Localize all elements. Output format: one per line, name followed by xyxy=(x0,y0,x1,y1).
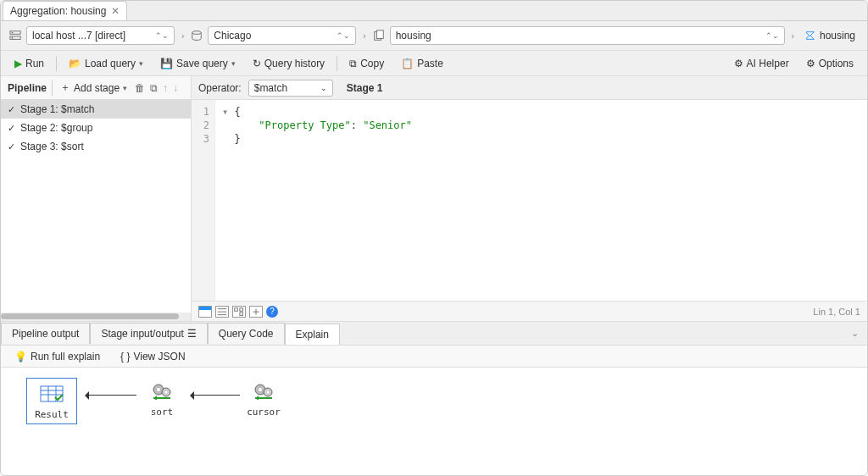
code-editor[interactable]: 1 2 3 ▾ { "Property Type": "Senior" } xyxy=(192,100,867,301)
add-stage-button[interactable]: ＋ Add stage ▾ xyxy=(58,80,130,96)
database-select[interactable]: Chicago ⌃⌄ xyxy=(208,26,356,45)
view-mode-icons: ? xyxy=(198,306,278,318)
tab-label: Explain xyxy=(296,329,329,340)
database-value: Chicago xyxy=(214,30,251,42)
save-query-button[interactable]: 💾 Save query ▾ xyxy=(155,55,241,72)
gear-icon xyxy=(143,379,181,403)
close-icon[interactable]: ✕ xyxy=(111,5,120,17)
svg-point-2 xyxy=(12,32,14,34)
editor-header: Operator: $match ⌄ Stage 1 xyxy=(192,76,867,100)
breadcrumb: local host ...7 [direct] ⌃⌄ › Chicago ⌃⌄… xyxy=(1,21,867,51)
run-label: Run xyxy=(25,58,44,69)
view-add-icon[interactable] xyxy=(249,306,263,318)
move-up-icon[interactable]: ↑ xyxy=(163,82,168,94)
plus-icon: ＋ xyxy=(60,80,70,95)
stage-item[interactable]: ✓ Stage 1: $match xyxy=(1,100,191,119)
explain-node-sort[interactable]: sort xyxy=(136,379,187,418)
run-button[interactable]: ▶ Run xyxy=(9,55,49,72)
stage-list: ✓ Stage 1: $match ✓ Stage 2: $group ✓ St… xyxy=(1,100,191,313)
trash-icon[interactable]: 🗑 xyxy=(135,82,145,94)
result-icon xyxy=(33,382,70,406)
run-full-explain-button[interactable]: 💡 Run full explain xyxy=(9,348,105,365)
node-label: cursor xyxy=(238,407,289,418)
database-icon xyxy=(191,30,203,42)
paste-button[interactable]: 📋 Paste xyxy=(396,55,448,72)
play-icon: ▶ xyxy=(14,58,22,69)
copy-button[interactable]: ⧉ Copy xyxy=(344,55,389,72)
chevron-right-icon: › xyxy=(361,31,367,41)
view-json-icon[interactable] xyxy=(198,306,212,318)
editor-panel: Operator: $match ⌄ Stage 1 1 2 3 ▾ { "Pr… xyxy=(192,76,867,321)
operator-select[interactable]: $match ⌄ xyxy=(248,80,333,97)
list-icon: ☰ xyxy=(187,328,197,340)
move-down-icon[interactable]: ↓ xyxy=(173,82,178,94)
connection-select[interactable]: local host ...7 [direct] ⌃⌄ xyxy=(26,26,175,45)
collection-select[interactable]: housing ⌃⌄ xyxy=(390,26,785,45)
pipeline-sidebar: Pipeline ＋ Add stage ▾ 🗑 ⧉ ↑ ↓ ✓ Stage 1… xyxy=(1,76,192,321)
chevron-updown-icon: ⌃⌄ xyxy=(155,31,169,40)
stage-label: Stage 1: $match xyxy=(20,103,94,115)
json-key: "Property Type" xyxy=(259,119,350,131)
tab-query-code[interactable]: Query Code xyxy=(208,323,285,344)
line-gutter: 1 2 3 xyxy=(192,100,215,301)
stage-item[interactable]: ✓ Stage 3: $sort xyxy=(1,137,191,156)
chevron-down-icon: ⌄ xyxy=(320,84,327,92)
tab-label: Query Code xyxy=(219,328,274,340)
tab-title: Aggregation: housing xyxy=(10,5,106,17)
check-icon: ✓ xyxy=(8,141,15,152)
explain-canvas: Result sort cursor xyxy=(1,368,867,476)
help-icon[interactable]: ? xyxy=(266,306,278,318)
chevron-updown-icon: ⌃⌄ xyxy=(337,31,350,40)
tab-aggregation[interactable]: Aggregation: housing ✕ xyxy=(3,1,127,20)
line-number: 2 xyxy=(192,119,209,132)
svg-point-4 xyxy=(192,31,202,35)
fold-icon[interactable]: ▾ xyxy=(222,106,234,118)
pipeline-title: Pipeline xyxy=(8,82,47,94)
load-query-button[interactable]: 📂 Load query ▾ xyxy=(64,55,148,72)
explain-node-result[interactable]: Result xyxy=(26,378,77,424)
cursor-position: Lin 1, Col 1 xyxy=(813,307,860,317)
tab-pipeline-output[interactable]: Pipeline output xyxy=(1,323,90,344)
view-json-button[interactable]: { } View JSON xyxy=(115,348,191,365)
duplicate-icon[interactable]: ⧉ xyxy=(150,82,158,94)
tab-label: Stage input/output xyxy=(101,328,183,340)
stage-item[interactable]: ✓ Stage 2: $group xyxy=(1,119,191,137)
view-tree-icon[interactable] xyxy=(232,306,246,318)
horizontal-scrollbar[interactable] xyxy=(1,313,191,321)
query-history-button[interactable]: ↻ Query history xyxy=(248,55,330,72)
svg-rect-6 xyxy=(376,30,383,39)
explain-node-cursor[interactable]: cursor xyxy=(238,379,289,418)
toolbar: ▶ Run 📂 Load query ▾ 💾 Save query ▾ ↻ Qu… xyxy=(1,51,867,76)
collection-icon xyxy=(373,30,385,42)
operator-value: $match xyxy=(254,82,287,94)
collapse-icon[interactable]: ⌄ xyxy=(851,328,859,339)
load-query-label: Load query xyxy=(85,58,136,69)
explain-toolbar: 💡 Run full explain { } View JSON xyxy=(1,346,867,368)
gear-icon: ⚙ xyxy=(734,58,743,69)
svg-rect-12 xyxy=(240,313,243,316)
tab-stage-io[interactable]: Stage input/output ☰ xyxy=(90,323,207,344)
separator xyxy=(52,80,53,96)
tab-label: Pipeline output xyxy=(12,328,79,340)
query-history-label: Query history xyxy=(264,58,325,69)
json-value: "Senior" xyxy=(363,119,412,131)
add-stage-label: Add stage xyxy=(74,82,120,94)
svg-point-25 xyxy=(259,388,262,391)
code-content: ▾ { "Property Type": "Senior" } xyxy=(215,100,419,301)
ai-helper-button[interactable]: ⚙ AI Helper xyxy=(729,55,794,72)
separator xyxy=(56,56,57,71)
node-label: Result xyxy=(31,409,73,420)
tab-explain[interactable]: Explain xyxy=(285,324,340,345)
options-button[interactable]: ⚙ Options xyxy=(801,55,859,72)
stage-title: Stage 1 xyxy=(347,82,383,94)
options-label: Options xyxy=(819,58,854,69)
svg-point-21 xyxy=(157,388,160,391)
view-table-icon[interactable] xyxy=(215,306,229,318)
svg-rect-11 xyxy=(240,307,243,311)
svg-point-27 xyxy=(267,391,270,394)
line-number: 3 xyxy=(192,132,209,146)
collection-value: housing xyxy=(396,30,431,42)
check-icon: ✓ xyxy=(8,104,15,115)
colon: : xyxy=(351,119,363,131)
chevron-down-icon: ▾ xyxy=(123,84,127,92)
